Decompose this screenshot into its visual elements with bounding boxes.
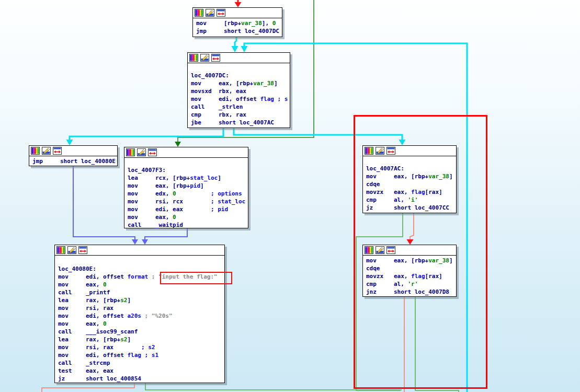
asm-token: loc_40080E: — [58, 266, 96, 272]
node-color-icon[interactable] — [195, 9, 203, 17]
asm-token: mov [rbp+ — [196, 20, 241, 27]
asm-line[interactable]: mov rsi, rax — [55, 304, 224, 312]
disassembly-graph-view: mov [rbp+var_38], 0jmp short loc_4007DCl… — [0, 0, 580, 392]
node-color-icon[interactable] — [189, 54, 198, 62]
asm-token: call _strlen — [191, 103, 243, 110]
asm-token: mov eax, — [128, 214, 173, 221]
node-body: loc_4007DC:mov eax, [rbp+var_38]movsxd r… — [188, 63, 290, 126]
asm-token: ; "%20s" — [141, 313, 173, 319]
node-color-icon[interactable] — [31, 147, 40, 155]
asm-token: a20s — [127, 313, 141, 319]
node-title-bar[interactable] — [29, 146, 117, 156]
asm-token: ] — [200, 182, 204, 189]
asm-token: jmp short loc_4007DC — [196, 28, 279, 34]
asm-token: var_38 — [241, 20, 262, 27]
asm-token: mov rsi, rcx — [128, 198, 211, 205]
node-edit-icon[interactable] — [137, 148, 146, 156]
asm-line[interactable]: mov eax, 0 — [55, 320, 224, 328]
node-sync-icon[interactable] — [211, 54, 220, 62]
asm-token: ] — [127, 297, 131, 304]
edge-arrowhead — [132, 239, 138, 245]
edge-cyan-loc_4007DC-to-jmp[interactable] — [70, 128, 223, 140]
asm-token: mov eax, — [58, 281, 103, 288]
node-sync-icon[interactable] — [217, 9, 225, 17]
asm-line[interactable]: jbe short loc_4007AC — [188, 119, 290, 126]
asm-token: lea rax, [rbp+ — [58, 297, 120, 304]
asm-token: call _waitpid — [128, 222, 183, 228]
asm-line[interactable]: mov eax, [rbp+var_38] — [188, 79, 290, 87]
asm-line[interactable]: jmp short loc_4007DC — [193, 27, 282, 35]
asm-token: ; stat_loc — [211, 198, 245, 205]
node-color-icon[interactable] — [56, 246, 65, 254]
node-edit-icon[interactable] — [206, 9, 214, 17]
asm-line[interactable]: mov edi, offset flag ; s1 — [55, 351, 224, 359]
asm-line[interactable]: mov edi, offset flag ; s — [188, 95, 290, 103]
asm-line[interactable]: call _strcmp — [55, 359, 224, 367]
basic-block-loc_40080E[interactable]: loc_40080E:mov edi, offset format ; "inp… — [54, 245, 225, 383]
asm-line[interactable]: lea rax, [rbp+s2] — [55, 336, 224, 343]
edge-red-loc_40080E-false[interactable] — [42, 383, 134, 392]
asm-token — [176, 190, 211, 197]
basic-block-loc_4007F3[interactable]: loc_4007F3:lea rcx, [rbp+stat_loc]mov ea… — [124, 147, 248, 228]
asm-line[interactable]: mov edx, 0 ; options — [124, 190, 248, 198]
node-sync-icon[interactable] — [78, 246, 87, 254]
asm-token: ] — [218, 175, 221, 181]
asm-token: mov eax, [rbp+ — [191, 80, 253, 87]
asm-line[interactable]: loc_4007F3: — [124, 166, 248, 174]
asm-token: mov edi, offset — [58, 352, 127, 359]
node-title-bar[interactable] — [193, 8, 282, 18]
asm-line[interactable]: mov rsi, rcx ; stat_loc — [124, 198, 248, 205]
edge-cyan-start-to-loc_4007DC[interactable] — [235, 37, 236, 47]
asm-line[interactable]: movsxd rbx, eax — [188, 87, 290, 95]
asm-token: 0 — [272, 20, 276, 27]
node-edit-icon[interactable] — [67, 246, 76, 254]
highlight-rect-right-column — [354, 115, 487, 389]
basic-block-jmp_40080E[interactable]: jmp short loc_40080E — [29, 145, 118, 166]
asm-token: mov edi, offset — [58, 313, 127, 319]
asm-line[interactable]: mov edi, offset a20s ; "%20s" — [55, 312, 224, 320]
edge-arrowhead — [66, 140, 73, 145]
asm-token: format — [127, 273, 148, 280]
asm-line[interactable]: loc_4007DC: — [188, 72, 290, 79]
asm-line[interactable]: cmp rbx, rax — [188, 111, 290, 119]
node-sync-icon[interactable] — [53, 147, 62, 155]
asm-token: ] — [274, 80, 278, 87]
asm-line[interactable]: jz short loc_400854 — [55, 375, 224, 383]
asm-line[interactable]: mov [rbp+var_38], 0 — [193, 19, 282, 27]
asm-token: mov edi, offset — [58, 273, 127, 280]
asm-token: 0 — [173, 214, 176, 221]
asm-token: call ___isoc99_scanf — [58, 328, 138, 335]
node-color-icon[interactable] — [126, 148, 135, 156]
asm-token: 0 — [103, 281, 107, 288]
asm-line[interactable]: mov edi, eax ; pid — [124, 205, 248, 213]
asm-token: movsxd rbx, eax — [191, 88, 246, 95]
node-title-bar[interactable] — [188, 53, 290, 63]
asm-line[interactable]: mov eax, 0 — [124, 213, 248, 221]
node-title-bar[interactable] — [124, 147, 248, 158]
asm-token: test eax, eax — [58, 367, 113, 374]
highlight-rect-input-the-flag — [160, 272, 232, 284]
node-edit-icon[interactable] — [200, 54, 209, 62]
edge-arrowhead — [232, 46, 238, 52]
asm-token: flag ; s — [260, 96, 288, 102]
asm-token: s2 — [120, 297, 127, 304]
node-title-bar[interactable] — [55, 245, 224, 256]
node-edit-icon[interactable] — [42, 147, 51, 155]
asm-line[interactable]: test eax, eax — [55, 367, 224, 375]
asm-line[interactable]: call ___isoc99_scanf — [55, 328, 224, 336]
edge-blue-loc_4007F3-to-loc_40080E[interactable] — [145, 228, 187, 240]
node-body: loc_4007F3:lea rcx, [rbp+stat_loc]mov ea… — [124, 158, 248, 229]
asm-token: mov eax, — [58, 320, 103, 327]
asm-line[interactable]: mov rsi, rax ; s2 — [55, 343, 224, 351]
asm-line[interactable]: call _strlen — [188, 103, 290, 111]
node-sync-icon[interactable] — [148, 148, 157, 156]
asm-line[interactable]: mov eax, [rbp+pid] — [124, 182, 248, 190]
asm-line[interactable]: call _printf — [55, 289, 224, 296]
asm-line[interactable]: jmp short loc_40080E — [29, 157, 117, 165]
basic-block-start[interactable]: mov [rbp+var_38], 0jmp short loc_4007DC — [192, 7, 282, 37]
asm-line[interactable]: call _waitpid — [124, 221, 248, 229]
asm-line[interactable]: lea rcx, [rbp+stat_loc] — [124, 174, 248, 182]
asm-token: stat_loc — [190, 175, 218, 181]
asm-line[interactable]: lea rax, [rbp+s2] — [55, 296, 224, 304]
basic-block-loc_4007DC[interactable]: loc_4007DC:mov eax, [rbp+var_38]movsxd r… — [187, 52, 290, 128]
